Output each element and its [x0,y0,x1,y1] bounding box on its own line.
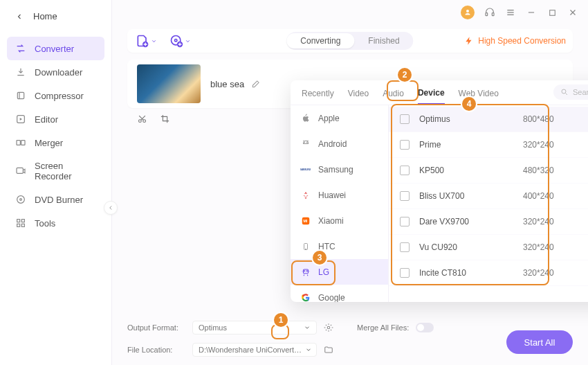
recorder-icon [15,166,26,177]
settings-icon[interactable] [324,323,333,332]
sidebar-item-converter[interactable]: Converter [7,37,104,60]
brand-apple[interactable]: Apple [291,105,388,131]
editor-icon [15,114,26,125]
sidebar-item-merger[interactable]: Merger [7,131,104,154]
home-label: Home [33,11,57,21]
brand-google[interactable]: Google [291,285,388,302]
merge-toggle[interactable] [416,323,434,332]
model-row[interactable]: Incite CT810320*240 [389,260,588,286]
bolt-icon [464,36,474,46]
chevron-down-icon [185,38,191,44]
brand-list: Apple Android SAMSUNGSamsung Huawei MIXi… [291,105,389,302]
sidebar-item-dvd[interactable]: DVD Burner [7,188,104,211]
sidebar-item-tools[interactable]: Tools [7,211,104,235]
tab-finished[interactable]: Finished [354,33,413,48]
annotation-badge-4: 4 [462,97,476,111]
model-row[interactable]: Optimus800*480 [389,107,588,132]
file-location-label: File Location: [127,346,185,354]
svg-rect-12 [21,141,25,145]
trim-icon[interactable] [137,114,147,124]
chevron-left-icon [15,12,24,21]
chevron-down-icon [305,346,312,353]
sidebar-item-label: Screen Recorder [35,161,96,181]
output-format-label: Output Format: [127,323,185,332]
media-title: blue sea [210,79,244,89]
brand-htc[interactable]: HTC [291,233,388,259]
annotation-badge-2: 2 [398,68,412,82]
annotation-badge-1: 1 [274,313,288,327]
footer: Output Format: Optimus Merge All Files: … [127,321,573,357]
tab-audio[interactable]: Audio [383,89,404,104]
search-input[interactable]: Search [553,84,588,100]
model-row[interactable]: Bliss UX700400*240 [389,184,588,209]
high-speed-toggle[interactable]: High Speed Conversion [464,36,566,46]
home-link[interactable]: Home [0,0,111,33]
samsung-icon: SAMSUNG [300,164,311,175]
start-all-button[interactable]: Start All [506,330,573,354]
sidebar-item-editor[interactable]: Editor [7,107,104,131]
svg-point-26 [562,89,566,94]
device-icon [400,166,410,175]
apple-icon [300,113,311,124]
media-thumbnail[interactable] [137,64,201,103]
add-dvd-button[interactable] [169,34,191,48]
tab-recently[interactable]: Recently [302,89,334,104]
media-tools [137,114,170,124]
merger-icon [15,137,26,148]
model-row[interactable]: KP500480*320 [389,158,588,184]
svg-point-15 [20,199,22,201]
status-tabs: Converting Finished [286,32,413,50]
model-list: Optimus800*480 Prime320*240 KP500480*320… [389,105,588,302]
device-icon [400,140,410,150]
top-toolbar: Converting Finished High Speed Conversio… [127,29,573,53]
svg-point-14 [17,196,25,204]
svg-text:MI: MI [304,219,308,223]
brand-huawei[interactable]: Huawei [291,182,388,208]
svg-point-22 [175,39,177,42]
svg-rect-18 [17,224,20,226]
google-icon [300,292,311,303]
brand-xiaomi[interactable]: MIXiaomi [291,208,388,233]
tools-icon [15,217,26,229]
tab-converting[interactable]: Converting [286,33,354,48]
add-file-button[interactable] [136,34,157,48]
format-popover: Recently Video Audio Device Web Video Se… [291,80,588,302]
model-row[interactable]: Vu CU920320*240 [389,235,588,260]
tab-video[interactable]: Video [348,89,369,104]
svg-rect-11 [17,141,20,145]
sidebar-item-compressor[interactable]: Compressor [7,84,104,107]
brand-android[interactable]: Android [291,131,388,157]
brand-lg[interactable]: LG [291,259,388,285]
svg-rect-19 [21,224,24,226]
sidebar-item-label: Merger [35,138,63,148]
svg-rect-17 [21,220,24,222]
sidebar-item-label: Compressor [35,91,84,101]
svg-point-38 [327,326,330,329]
tab-device[interactable]: Device [418,88,445,105]
xiaomi-icon: MI [300,215,311,226]
file-location-select[interactable]: D:\Wondershare UniConverter 1 [192,343,317,357]
popover-tabs: Recently Video Audio Device Web Video Se… [291,80,588,105]
lg-icon [300,267,311,278]
sidebar-nav: Converter Downloader Compressor Editor M… [0,33,111,239]
android-icon [300,139,311,150]
output-format-select[interactable]: Optimus [192,321,317,335]
device-icon [400,217,410,226]
brand-samsung[interactable]: SAMSUNGSamsung [291,157,388,182]
folder-icon[interactable] [324,345,333,355]
sidebar-item-downloader[interactable]: Downloader [7,60,104,84]
model-row[interactable]: Prime320*240 [389,132,588,158]
rename-icon[interactable] [251,79,261,89]
dvd-icon [15,194,26,205]
converter-icon [15,43,26,54]
crop-icon[interactable] [160,114,170,124]
sidebar-item-label: DVD Burner [35,195,83,205]
main-panel: Converting Finished High Speed Conversio… [112,0,588,365]
sidebar-item-recorder[interactable]: Screen Recorder [7,154,104,188]
sidebar-item-label: Converter [35,44,74,54]
annotation-badge-3: 3 [313,251,327,265]
chevron-down-icon [151,38,157,44]
model-row[interactable]: Dare VX9700320*240 [389,209,588,235]
huawei-icon [300,190,311,201]
sidebar-item-label: Tools [35,218,55,229]
